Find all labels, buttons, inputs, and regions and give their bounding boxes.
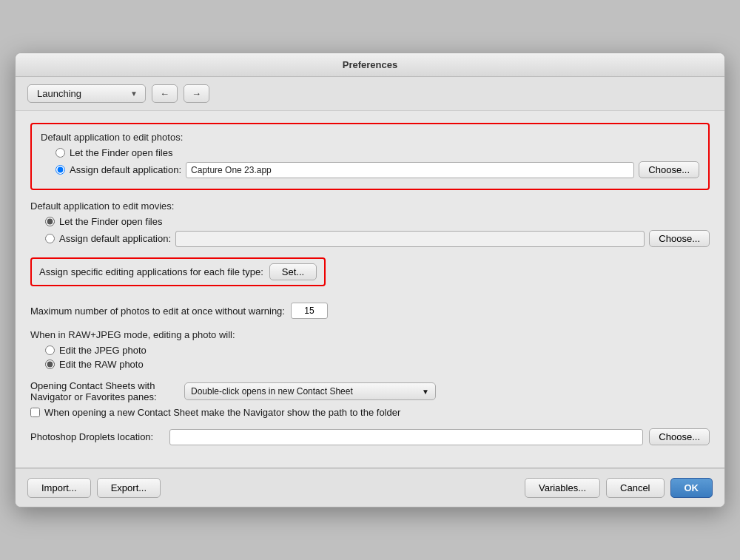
set-button[interactable]: Set... (269, 263, 317, 280)
contact-checkbox-row: When opening a new Contact Sheet make th… (30, 407, 710, 418)
forward-button[interactable]: → (184, 84, 209, 103)
finder-movies-row: Let the Finder open files (45, 216, 710, 227)
contact-row: Opening Contact Sheets with Navigator or… (30, 380, 710, 402)
finder-photos-radio[interactable] (56, 148, 65, 158)
file-type-section: Assign specific editing applications for… (30, 257, 710, 294)
contact-label-block: Opening Contact Sheets with Navigator or… (30, 380, 178, 402)
assign-movies-radio[interactable] (45, 234, 55, 243)
max-photos-row: Maximum number of photos to edit at once… (30, 303, 710, 319)
assign-photos-input[interactable] (186, 162, 634, 178)
contact-dropdown-label: Double-click opens in new Contact Sheet (191, 386, 353, 397)
photoshop-droplets-row: Photoshop Droplets location: Choose... (30, 428, 710, 445)
file-type-border: Assign specific editing applications for… (30, 257, 326, 286)
import-button[interactable]: Import... (27, 478, 91, 498)
file-type-label: Assign specific editing applications for… (39, 266, 263, 277)
finder-movies-radio-label: Let the Finder open files (59, 216, 162, 227)
export-button[interactable]: Export... (97, 478, 161, 498)
footer-left: Import... Export... (27, 478, 161, 498)
footer: Import... Export... Variables... Cancel … (16, 468, 724, 507)
finder-photos-row: Let the Finder open files (56, 147, 699, 158)
edit-jpeg-row: Edit the JPEG photo (45, 345, 710, 356)
assign-movies-input[interactable] (175, 231, 645, 247)
max-photos-label: Maximum number of photos to edit at once… (30, 306, 285, 317)
finder-movies-radio[interactable] (45, 217, 55, 226)
default-app-movies-label: Default application to edit movies: (30, 200, 710, 212)
edit-jpeg-radio[interactable] (45, 345, 55, 355)
max-photos-input[interactable] (291, 303, 328, 319)
default-app-movies-section: Default application to edit movies: Let … (30, 200, 710, 247)
navigator-path-checkbox[interactable] (30, 408, 40, 417)
default-app-photos-label: Default application to edit photos: (41, 132, 699, 143)
edit-raw-label: Edit the RAW photo (59, 359, 144, 370)
edit-raw-radio[interactable] (45, 360, 55, 369)
contact-dropdown-arrow: ▼ (422, 388, 429, 396)
assign-movies-row: Assign default application: Choose... (45, 230, 710, 247)
variables-button[interactable]: Variables... (525, 478, 600, 498)
movies-choose-button[interactable]: Choose... (649, 230, 710, 247)
chevron-down-icon: ▼ (130, 90, 138, 98)
edit-raw-row: Edit the RAW photo (45, 359, 710, 370)
photoshop-input[interactable] (169, 429, 643, 445)
raw-jpeg-label: When in RAW+JPEG mode, editing a photo w… (30, 329, 710, 340)
photoshop-choose-button[interactable]: Choose... (649, 428, 710, 445)
footer-right: Variables... Cancel OK (525, 478, 713, 498)
content-area: Default application to edit photos: Let … (16, 111, 724, 468)
photos-choose-button[interactable]: Choose... (639, 161, 699, 178)
assign-photos-row: Assign default application: Choose... (56, 161, 699, 178)
contact-sheets-section: Opening Contact Sheets with Navigator or… (30, 380, 710, 418)
title-bar: Preferences (16, 53, 724, 77)
edit-jpeg-label: Edit the JPEG photo (59, 345, 147, 356)
cancel-button[interactable]: Cancel (606, 478, 664, 498)
assign-photos-radio-label: Assign default application: (70, 164, 181, 175)
finder-photos-radio-label: Let the Finder open files (70, 147, 172, 158)
assign-movies-radio-label: Assign default application: (59, 233, 171, 244)
contact-dropdown[interactable]: Double-click opens in new Contact Sheet … (184, 382, 436, 400)
contact-label-line1: Opening Contact Sheets with (30, 380, 178, 391)
assign-photos-radio[interactable] (56, 165, 65, 175)
preferences-dialog: Preferences Launching ▼ ← → Default appl… (15, 53, 725, 507)
ok-button[interactable]: OK (670, 478, 713, 498)
default-app-photos-section: Default application to edit photos: Let … (30, 123, 710, 190)
contact-label-line2: Navigator or Favorites panes: (30, 391, 178, 402)
back-button[interactable]: ← (152, 84, 178, 103)
navigator-path-label: When opening a new Contact Sheet make th… (44, 407, 400, 418)
dialog-title: Preferences (343, 59, 397, 70)
section-dropdown-label: Launching (37, 88, 81, 99)
section-dropdown[interactable]: Launching ▼ (27, 84, 146, 103)
toolbar: Launching ▼ ← → (16, 77, 724, 111)
photoshop-label: Photoshop Droplets location: (30, 431, 164, 442)
raw-jpeg-section: When in RAW+JPEG mode, editing a photo w… (30, 329, 710, 370)
